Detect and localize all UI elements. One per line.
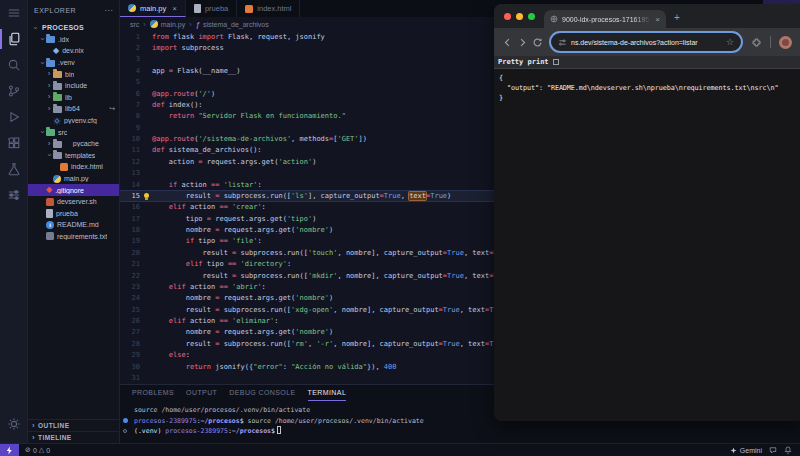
tree-item-bin[interactable]: ›bin [28, 68, 119, 80]
line-number: 25 [120, 306, 140, 314]
browser-toolbar: ns.dev/sistema-de-archivos?action=listar… [494, 28, 800, 56]
tree-item-procesos[interactable]: ›PROCESOS [28, 22, 119, 34]
code-text: return jsonify({"error": "Acción no váli… [152, 363, 397, 371]
tree-item--venv[interactable]: ›.venv [28, 57, 119, 69]
tree-item-lib64[interactable]: ›lib64↪ [28, 103, 119, 115]
tree-item-label: main.py [64, 175, 89, 182]
minimize-light[interactable] [516, 13, 523, 20]
pretty-print-checkbox[interactable] [553, 59, 559, 65]
chevron-down-icon: › [45, 151, 53, 159]
bookmark-star-icon[interactable]: ☆ [726, 37, 734, 47]
nix-file-icon: ◆ [53, 47, 59, 55]
tree-item-requirements-txt[interactable]: requirements.txt [28, 231, 119, 243]
code-text: def sistema_de_archivos(): [152, 146, 262, 154]
panel-tab-terminal[interactable]: TERMINAL [308, 389, 347, 401]
site-settings-icon[interactable] [558, 38, 567, 47]
error-icon: ⊘ [25, 446, 31, 454]
settings-gear-icon[interactable] [0, 411, 28, 437]
folder-icon [53, 71, 62, 78]
tree-item--idx[interactable]: ›.idx [28, 34, 119, 46]
problems-status[interactable]: ⊘ 0 △ 0 [25, 446, 50, 454]
address-bar[interactable]: ns.dev/sistema-de-archivos?action=listar… [551, 33, 741, 51]
line-number: 29 [120, 351, 140, 359]
panel-tab-problems[interactable]: PROBLEMS [132, 389, 174, 401]
tab-label: prueba [205, 4, 228, 13]
line-number: 7 [120, 101, 140, 109]
tree-item-label: dev.nix [62, 47, 84, 54]
browser-json-body: { "output": "README.md\ndevserver.sh\npr… [494, 69, 800, 421]
line-number: 21 [120, 260, 140, 268]
reload-button[interactable] [532, 37, 543, 48]
tree-item-prueba[interactable]: prueba [28, 208, 119, 220]
breadcrumb-label: main.py [161, 21, 186, 28]
folder-icon [53, 83, 62, 90]
browser-tab[interactable]: 9000-idx-procesos-17161953 × [544, 10, 666, 28]
tree-item-include[interactable]: ›include [28, 80, 119, 92]
explorer-header: EXPLORER ⋯ [28, 0, 119, 20]
run-debug-icon[interactable] [0, 104, 28, 130]
close-light[interactable] [504, 13, 511, 20]
panel-tab-debug-console[interactable]: DEBUG CONSOLE [229, 389, 295, 401]
tree-item-label: prueba [56, 210, 78, 217]
breadcrumb-item-main-py[interactable]: main.py [150, 20, 186, 28]
close-icon[interactable]: × [172, 4, 177, 13]
url-text[interactable]: ns.dev/sistema-de-archivos?action=listar [571, 39, 722, 46]
tree-item--gitignore[interactable]: ◆.gitignore [28, 184, 119, 196]
editor-tab-main-py[interactable]: main.py× [120, 0, 186, 17]
line-number: 20 [120, 249, 140, 257]
code-text: @app.route('/') [152, 90, 215, 98]
profile-avatar[interactable] [779, 36, 792, 49]
breadcrumb-item-src[interactable]: src [130, 21, 139, 28]
search-icon[interactable] [0, 52, 28, 78]
outline-label: OUTLINE [38, 422, 69, 429]
activity-bar [0, 0, 28, 443]
tree-item-index-html[interactable]: index.html [28, 161, 119, 173]
beaker-icon[interactable] [0, 156, 28, 182]
editor-tab-index-html[interactable]: index.html [237, 0, 300, 17]
code-text: if action == 'listar': [152, 181, 262, 189]
forward-button[interactable] [517, 37, 528, 48]
tree-item-main-py[interactable]: main.py [28, 173, 119, 185]
command-decoration-icon[interactable] [123, 429, 127, 433]
new-tab-button[interactable]: + [674, 12, 680, 23]
tree-item-lib[interactable]: ›lib [28, 92, 119, 104]
python-file-icon [150, 20, 158, 28]
feedback-icon[interactable] [769, 446, 777, 454]
panel-tab-output[interactable]: OUTPUT [186, 389, 217, 401]
back-button[interactable] [502, 37, 513, 48]
lightbulb-icon[interactable] [144, 193, 149, 198]
extensions-puzzle-icon[interactable] [751, 37, 762, 48]
code-text: if tipo == 'file': [152, 237, 262, 245]
timeline-section[interactable]: › TIMELINE [28, 431, 119, 443]
source-control-icon[interactable] [0, 78, 28, 104]
gemini-status-item[interactable]: Gemini [730, 447, 762, 454]
menu-icon[interactable] [0, 0, 28, 26]
tree-item-dev-nix[interactable]: ◆dev.nix [28, 45, 119, 57]
pretty-print-bar: Pretty print [494, 56, 800, 69]
tab-close-icon[interactable]: × [655, 15, 660, 24]
tree-item-readme-md[interactable]: iREADME.md [28, 219, 119, 231]
tune-icon[interactable] [0, 182, 28, 208]
tree-item-pyvenv-cfg[interactable]: pyvenv.cfg [28, 115, 119, 127]
explorer-icon[interactable] [0, 26, 28, 52]
outline-section[interactable]: › OUTLINE [28, 419, 119, 431]
bell-icon[interactable] [784, 446, 792, 454]
command-decoration-icon[interactable] [123, 418, 128, 423]
line-number: 6 [120, 90, 140, 98]
gear-file-icon [53, 117, 61, 125]
tree-item-src[interactable]: ›src [28, 126, 119, 138]
code-text: from flask import Flask, request, jsonif… [152, 33, 325, 41]
breadcrumb-item-sistema-de-archivos[interactable]: ƒsistema_de_archivos [196, 20, 269, 29]
tree-item-devserver-sh[interactable]: devserver.sh [28, 196, 119, 208]
activity-bar-bottom [0, 411, 28, 437]
editor-tab-prueba[interactable]: prueba [186, 0, 237, 17]
explorer-more-actions-icon[interactable]: ⋯ [105, 6, 114, 15]
remote-indicator[interactable] [0, 444, 19, 456]
tree-item--pycache-[interactable]: ›__pycache__ [28, 138, 119, 150]
folder-icon [46, 129, 55, 136]
extensions-icon[interactable] [0, 130, 28, 156]
zoom-light[interactable] [528, 13, 535, 20]
tree-item-templates[interactable]: ›templates [28, 150, 119, 162]
gemini-label: Gemini [740, 447, 762, 454]
json-line: "output": "README.md\ndevserver.sh\nprue… [499, 83, 799, 93]
